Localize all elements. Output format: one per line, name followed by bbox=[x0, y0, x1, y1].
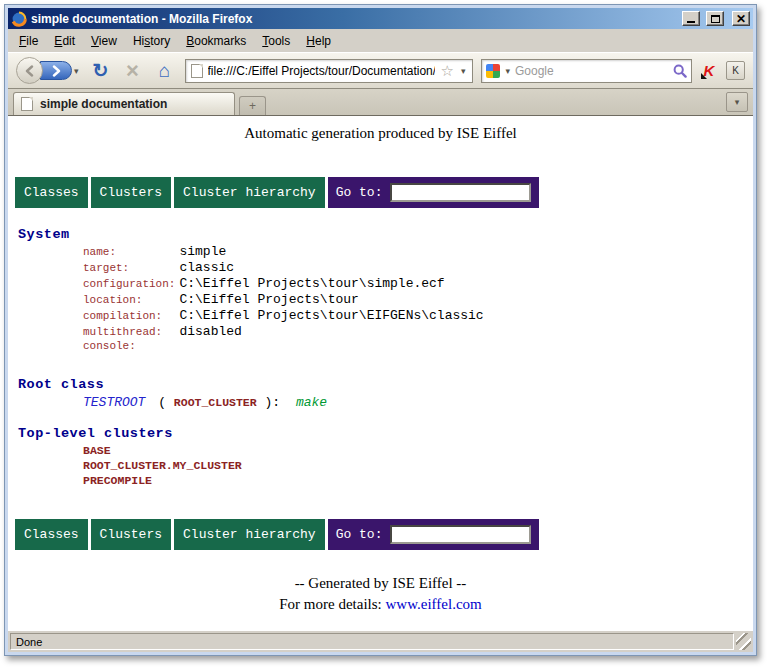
goto-input-bottom[interactable] bbox=[390, 525, 531, 544]
reload-icon: ↻ bbox=[93, 61, 109, 80]
page-icon bbox=[191, 64, 203, 78]
menu-edit[interactable]: Edit bbox=[46, 31, 83, 51]
doc-nav-bottom: Classes Clusters Cluster hierarchy Go to… bbox=[15, 519, 539, 550]
k-key-button[interactable]: K bbox=[726, 61, 745, 80]
footer-details-line: For more details: www.eiffel.com bbox=[8, 596, 753, 613]
goto-label: Go to: bbox=[336, 185, 383, 200]
minimize-button[interactable] bbox=[682, 11, 700, 26]
tab-title: simple documentation bbox=[40, 97, 167, 111]
table-row: configuration:C:\Eiffel Projects\tour\si… bbox=[83, 276, 484, 292]
minimize-icon bbox=[687, 21, 695, 23]
kaspersky-icon[interactable]: K bbox=[700, 62, 718, 80]
chevron-down-icon: ▾ bbox=[733, 97, 742, 107]
cluster-list: BASE ROOT_CLUSTER.MY_CLUSTER PRECOMPILE bbox=[83, 443, 242, 488]
maximize-button[interactable] bbox=[706, 11, 724, 26]
status-text: Done bbox=[10, 633, 734, 650]
forward-arrow-icon bbox=[50, 65, 62, 77]
home-icon: ⌂ bbox=[159, 61, 170, 80]
menu-file[interactable]: File bbox=[11, 31, 46, 51]
cluster-hierarchy-button-bottom[interactable]: Cluster hierarchy bbox=[174, 519, 325, 550]
plus-icon: + bbox=[249, 99, 256, 113]
system-table: name:simple target:classic configuration… bbox=[83, 244, 484, 356]
cluster-link-base[interactable]: BASE bbox=[83, 443, 242, 458]
page-content: Automatic generation produced by ISE Eif… bbox=[8, 116, 753, 630]
home-button[interactable]: ⌂ bbox=[153, 61, 177, 80]
stop-icon: × bbox=[126, 60, 139, 82]
window-title: simple documentation - Mozilla Firefox bbox=[31, 12, 676, 26]
tab-list-dropdown[interactable]: ▾ bbox=[726, 92, 748, 112]
tab-bar: simple documentation + ▾ bbox=[8, 89, 753, 116]
table-row: compilation:C:\Eiffel Projects\tour\EIFG… bbox=[83, 308, 484, 324]
stop-button[interactable]: × bbox=[121, 60, 145, 82]
tab-page-icon bbox=[21, 97, 33, 111]
system-heading: System bbox=[18, 227, 70, 242]
menu-tools[interactable]: Tools bbox=[254, 31, 298, 51]
cluster-link-precompile[interactable]: PRECOMPILE bbox=[83, 473, 242, 488]
browser-window: simple documentation - Mozilla Firefox ✕… bbox=[4, 4, 757, 656]
menu-view[interactable]: View bbox=[83, 31, 125, 51]
titlebar[interactable]: simple documentation - Mozilla Firefox ✕ bbox=[8, 8, 753, 29]
new-tab-button[interactable]: + bbox=[239, 96, 266, 115]
eiffel-com-link[interactable]: www.eiffel.com bbox=[386, 596, 482, 612]
doc-nav-top: Classes Clusters Cluster hierarchy Go to… bbox=[15, 177, 539, 208]
location-bar[interactable]: ☆ ▾ bbox=[185, 59, 474, 83]
bookmark-star-icon[interactable]: ☆ bbox=[440, 63, 453, 78]
reload-button[interactable]: ↻ bbox=[89, 61, 113, 80]
firefox-icon bbox=[11, 11, 27, 27]
tab-simple-documentation[interactable]: simple documentation bbox=[13, 92, 235, 115]
cluster-link-root-cluster-my-cluster[interactable]: ROOT_CLUSTER.MY_CLUSTER bbox=[83, 458, 242, 473]
search-bar[interactable]: ▾ bbox=[481, 59, 692, 83]
forward-button[interactable] bbox=[40, 61, 72, 80]
classes-button[interactable]: Classes bbox=[15, 177, 88, 208]
resize-grip-icon[interactable] bbox=[736, 633, 751, 650]
table-row: location:C:\Eiffel Projects\tour bbox=[83, 292, 484, 308]
goto-box-bottom: Go to: bbox=[328, 519, 540, 550]
top-level-clusters-heading: Top-level clusters bbox=[18, 426, 173, 441]
menubar: File Edit View History Bookmarks Tools H… bbox=[8, 29, 753, 52]
search-engine-dropdown-icon[interactable]: ▾ bbox=[503, 66, 512, 76]
search-input[interactable] bbox=[515, 64, 670, 78]
menu-help[interactable]: Help bbox=[298, 31, 339, 51]
status-bar: Done bbox=[8, 630, 753, 652]
back-button[interactable] bbox=[16, 57, 43, 84]
clusters-button[interactable]: Clusters bbox=[91, 177, 171, 208]
table-row: name:simple bbox=[83, 244, 484, 260]
page-banner: Automatic generation produced by ISE Eif… bbox=[8, 125, 753, 142]
clusters-button-bottom[interactable]: Clusters bbox=[91, 519, 171, 550]
history-dropdown-icon[interactable]: ▾ bbox=[72, 66, 81, 76]
table-row: multithread:disabled bbox=[83, 324, 484, 340]
classes-button-bottom[interactable]: Classes bbox=[15, 519, 88, 550]
maximize-icon bbox=[711, 15, 720, 23]
table-row: target:classic bbox=[83, 260, 484, 276]
navigation-toolbar: ▾ ↻ × ⌂ ☆ ▾ ▾ K K bbox=[8, 52, 753, 89]
menu-bookmarks[interactable]: Bookmarks bbox=[178, 31, 254, 51]
close-icon: ✕ bbox=[736, 13, 746, 25]
google-engine-icon[interactable] bbox=[486, 64, 500, 78]
urlbar-dropdown-icon[interactable]: ▾ bbox=[459, 66, 468, 76]
back-arrow-icon bbox=[24, 65, 36, 77]
goto-box-top: Go to: bbox=[328, 177, 540, 208]
footer-generated-line: -- Generated by ISE Eiffel -- bbox=[8, 575, 753, 592]
root-feature-link[interactable]: make bbox=[296, 395, 327, 410]
goto-input-top[interactable] bbox=[390, 183, 531, 202]
close-button[interactable]: ✕ bbox=[732, 11, 750, 26]
cluster-hierarchy-button[interactable]: Cluster hierarchy bbox=[174, 177, 325, 208]
goto-label-bottom: Go to: bbox=[336, 527, 383, 542]
search-icon[interactable] bbox=[673, 64, 687, 78]
table-row: console: bbox=[83, 340, 484, 356]
root-class-link[interactable]: TESTROOT bbox=[83, 395, 145, 410]
root-class-heading: Root class bbox=[18, 377, 104, 392]
url-input[interactable] bbox=[208, 64, 436, 78]
menu-history[interactable]: History bbox=[125, 31, 178, 51]
root-cluster-link[interactable]: ROOT_CLUSTER bbox=[174, 396, 257, 409]
root-class-line: TESTROOT ( ROOT_CLUSTER ): make bbox=[83, 395, 327, 410]
